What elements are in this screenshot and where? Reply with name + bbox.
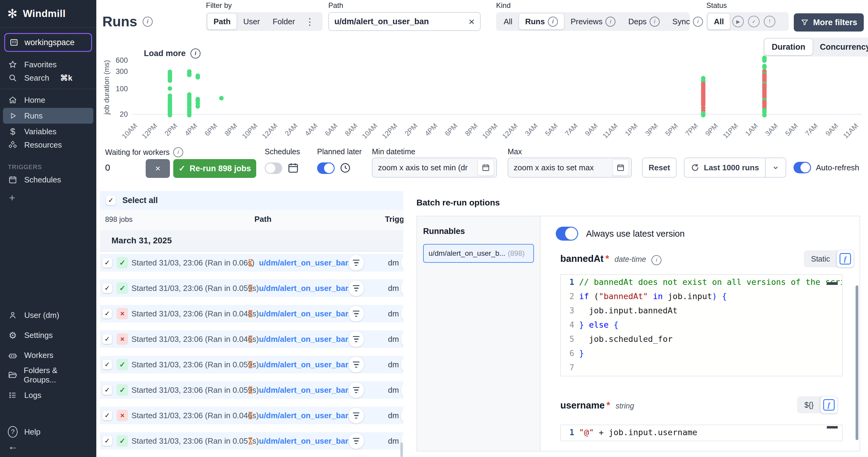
row-action-button[interactable]	[401, 307, 403, 320]
filter-row-button[interactable]	[348, 382, 364, 398]
more-filters-button[interactable]: More filters	[794, 13, 864, 31]
brand[interactable]: ✻ Windmill	[0, 0, 96, 27]
sidebar-item-resources[interactable]: Resources	[0, 138, 96, 151]
filter-row-button[interactable]	[348, 306, 364, 321]
kind-runs[interactable]: Runsi	[519, 13, 564, 29]
run-path-link[interactable]: u/dm/alert_on_user_ban	[259, 335, 350, 344]
row-checkbox[interactable]: ✓	[102, 309, 112, 318]
kind-sync[interactable]: Synci	[666, 13, 709, 29]
add-trigger-button[interactable]: +	[0, 187, 96, 209]
planned-later-toggle[interactable]	[317, 163, 335, 174]
latest-version-toggle[interactable]	[556, 227, 578, 240]
run-row[interactable]: ✓✓Started 31/03, 23:06 (Ran in 0.059s)u/…	[100, 356, 403, 373]
sidebar-item-variables[interactable]: $ Variables	[0, 125, 96, 138]
row-action-button[interactable]	[401, 282, 403, 295]
select-all-checkbox[interactable]: ✓	[106, 196, 116, 205]
clear-path-icon[interactable]: ×	[468, 16, 474, 28]
filter-row-button[interactable]	[348, 280, 364, 296]
filter-by-more-icon[interactable]: ⋮	[302, 17, 318, 27]
filter-row-button[interactable]	[348, 331, 364, 347]
min-datetime-input[interactable]: zoom x axis to set min (dr	[372, 158, 497, 178]
run-row[interactable]: ✓✓Started 31/03, 23:06 (Ran in 0.057s)u/…	[100, 432, 403, 450]
calendar-icon[interactable]	[612, 160, 629, 176]
runs-info-icon[interactable]: i	[143, 17, 153, 27]
run-row[interactable]: ✓×Started 31/03, 23:06 (Ran in 0.048s)u/…	[100, 305, 403, 322]
status-all[interactable]: All	[708, 13, 730, 29]
sidebar-item-schedules[interactable]: Schedules	[0, 173, 96, 187]
javascript-option[interactable]: f	[820, 396, 837, 413]
collapse-sidebar-icon[interactable]: ←	[0, 440, 96, 457]
run-row[interactable]: ✓✓Started 31/03, 23:06 (Ran in 0.06s)u/d…	[100, 254, 403, 272]
kind-all[interactable]: All	[498, 13, 519, 29]
sidebar-item-search[interactable]: Search ⌘k	[0, 71, 96, 85]
static-option[interactable]: Static	[806, 255, 836, 263]
row-checkbox[interactable]: ✓	[102, 360, 112, 369]
status-running-icon[interactable]: ▶	[732, 16, 744, 27]
status-failure-icon[interactable]: !	[764, 16, 775, 27]
sidebar-item-favorites[interactable]: Favorites	[0, 58, 96, 71]
path-input[interactable]: u/dm/alert_on_user_ban ×	[328, 12, 480, 31]
info-icon[interactable]: i	[651, 255, 661, 265]
run-path-link[interactable]: u/dm/alert_on_user_ban	[259, 284, 350, 293]
filter-by-folder[interactable]: Folder	[267, 13, 301, 29]
reset-button[interactable]: Reset	[642, 158, 677, 178]
row-checkbox[interactable]: ✓	[102, 436, 112, 446]
sidebar-item-folders-groups[interactable]: Folders & Groups...	[0, 365, 96, 385]
run-row[interactable]: ✓✓Started 31/03, 23:06 (Ran in 0.059s)u/…	[100, 279, 403, 297]
select-all-bar[interactable]: ✓ Select all	[100, 191, 403, 210]
row-checkbox[interactable]: ✓	[102, 411, 112, 420]
run-path-link[interactable]: u/dm/alert_on_user_ban	[259, 436, 350, 446]
sidebar-item-home[interactable]: Home	[0, 93, 96, 107]
run-path-link[interactable]: u/dm/alert_on_user_ban	[259, 360, 350, 369]
load-more-button[interactable]: Load more i	[144, 49, 200, 58]
bannedat-code-editor[interactable]: 1// bannedAt does not exist on all versi…	[560, 274, 842, 376]
template-option[interactable]: ${}	[799, 401, 819, 409]
run-row[interactable]: ✓✓Started 31/03, 23:06 (Ran in 0.059s)u/…	[100, 381, 403, 399]
run-row[interactable]: ✓×Started 31/03, 23:06 (Ran in 0.046s)u/…	[100, 330, 403, 348]
sidebar-item-runs[interactable]: Runs	[3, 108, 93, 124]
run-path-link[interactable]: u/dm/alert_on_user_ban	[259, 309, 350, 318]
rerun-jobs-button[interactable]: ✓Re-run 898 jobs	[173, 159, 256, 178]
sidebar-item-logs[interactable]: Logs	[0, 385, 96, 405]
row-action-button[interactable]	[401, 358, 403, 371]
filter-row-button[interactable]	[348, 433, 364, 449]
kind-deps[interactable]: Depsi	[622, 13, 666, 29]
row-checkbox[interactable]: ✓	[102, 283, 112, 293]
run-path-link[interactable]: u/dm/alert_on_user_ban	[259, 258, 350, 267]
javascript-option[interactable]: f	[837, 250, 854, 267]
username-code-editor[interactable]: 1"@" + job.input.username	[560, 425, 842, 441]
sidebar-item-user[interactable]: User (dm)	[0, 305, 96, 325]
filter-row-button[interactable]	[348, 357, 364, 372]
cancel-selection-button[interactable]: ×	[146, 159, 170, 178]
row-checkbox[interactable]: ✓	[102, 258, 112, 267]
filter-by-user[interactable]: User	[237, 13, 266, 29]
max-datetime-input[interactable]: zoom x axis to set max	[507, 158, 632, 178]
filter-row-button[interactable]	[348, 408, 364, 423]
sidebar-item-help[interactable]: ? Help	[0, 423, 96, 440]
list-scrollbar[interactable]	[400, 442, 403, 457]
row-action-button[interactable]	[401, 409, 403, 422]
run-path-link[interactable]: u/dm/alert_on_user_ban	[259, 411, 350, 420]
calendar-icon[interactable]	[477, 160, 494, 176]
row-checkbox[interactable]: ✓	[102, 385, 112, 395]
status-success-icon[interactable]: ✓	[748, 16, 760, 27]
sidebar-item-settings[interactable]: ⚙ Settings	[0, 325, 96, 345]
row-action-button[interactable]	[401, 383, 403, 397]
filter-row-button[interactable]	[348, 255, 364, 270]
kind-previews[interactable]: Previewsi	[564, 13, 621, 29]
tab-concurrency[interactable]: Concurrency	[813, 39, 868, 55]
panel-scrollbar[interactable]	[856, 285, 858, 440]
row-action-button[interactable]	[401, 333, 403, 346]
workspace-switcher[interactable]: workingspace	[4, 33, 92, 52]
run-path-link[interactable]: u/dm/alert_on_user_ban	[259, 385, 350, 395]
last-runs-dropdown[interactable]	[765, 158, 786, 177]
schedules-toggle[interactable]	[265, 163, 282, 174]
last-runs-button[interactable]: Last 1000 runs	[684, 158, 786, 178]
tab-duration[interactable]: Duration	[765, 39, 813, 55]
row-action-button[interactable]	[401, 256, 403, 269]
filter-by-path[interactable]: Path	[208, 13, 237, 29]
run-row[interactable]: ✓×Started 31/03, 23:06 (Ran in 0.046s)u/…	[100, 407, 403, 424]
auto-refresh-toggle[interactable]	[794, 162, 811, 173]
runnable-item[interactable]: u/dm/alert_on_user_b... (898)	[423, 244, 534, 263]
sidebar-item-workers[interactable]: Workers	[0, 345, 96, 365]
